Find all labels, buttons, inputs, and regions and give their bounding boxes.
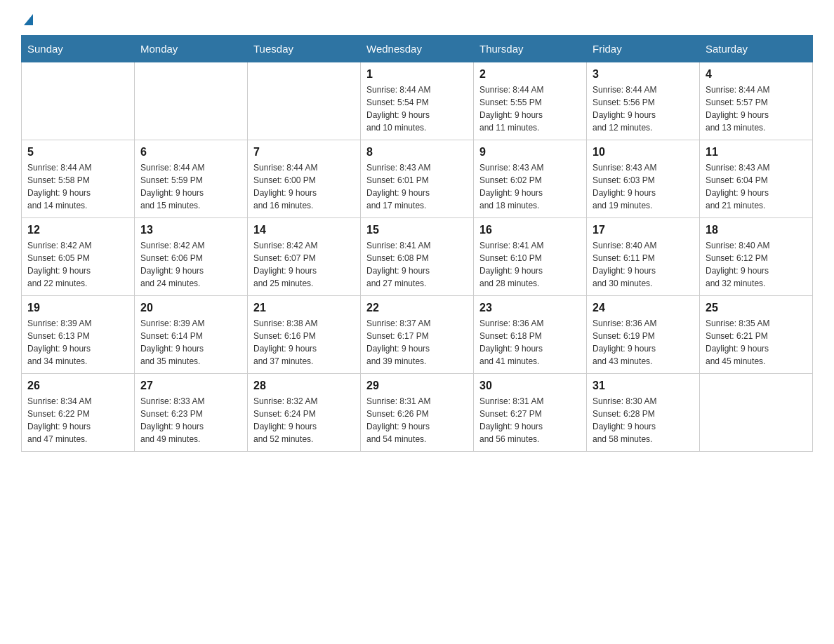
day-number: 14: [253, 224, 355, 236]
day-info: Sunrise: 8:42 AM Sunset: 6:05 PM Dayligh…: [27, 239, 128, 290]
calendar-day-17: 17Sunrise: 8:40 AM Sunset: 6:11 PM Dayli…: [587, 218, 700, 296]
header: [21, 14, 813, 28]
calendar-day-26: 26Sunrise: 8:34 AM Sunset: 6:22 PM Dayli…: [22, 374, 135, 452]
day-info: Sunrise: 8:38 AM Sunset: 6:16 PM Dayligh…: [253, 317, 355, 368]
day-number: 10: [593, 146, 694, 159]
calendar-day-14: 14Sunrise: 8:42 AM Sunset: 6:07 PM Dayli…: [248, 218, 361, 296]
day-number: 17: [593, 224, 694, 236]
day-info: Sunrise: 8:37 AM Sunset: 6:17 PM Dayligh…: [366, 317, 468, 368]
weekday-header-saturday: Saturday: [700, 36, 813, 62]
calendar-day-4: 4Sunrise: 8:44 AM Sunset: 5:57 PM Daylig…: [700, 62, 813, 140]
day-number: 16: [479, 224, 581, 236]
day-number: 18: [706, 224, 807, 236]
day-info: Sunrise: 8:43 AM Sunset: 6:03 PM Dayligh…: [593, 161, 694, 212]
calendar-day-19: 19Sunrise: 8:39 AM Sunset: 6:13 PM Dayli…: [22, 296, 135, 374]
day-info: Sunrise: 8:31 AM Sunset: 6:27 PM Dayligh…: [479, 395, 581, 445]
calendar-day-12: 12Sunrise: 8:42 AM Sunset: 6:05 PM Dayli…: [22, 218, 135, 296]
calendar-day-2: 2Sunrise: 8:44 AM Sunset: 5:55 PM Daylig…: [474, 62, 587, 140]
weekday-header-wednesday: Wednesday: [361, 36, 474, 62]
calendar-day-7: 7Sunrise: 8:44 AM Sunset: 6:00 PM Daylig…: [248, 140, 361, 218]
calendar-empty-cell: [135, 62, 248, 140]
day-number: 1: [366, 68, 468, 81]
day-info: Sunrise: 8:41 AM Sunset: 6:10 PM Dayligh…: [479, 239, 581, 290]
calendar-day-29: 29Sunrise: 8:31 AM Sunset: 6:26 PM Dayli…: [361, 374, 474, 452]
calendar-week-row: 1Sunrise: 8:44 AM Sunset: 5:54 PM Daylig…: [22, 62, 813, 140]
day-info: Sunrise: 8:44 AM Sunset: 5:58 PM Dayligh…: [27, 161, 128, 212]
day-number: 27: [140, 380, 241, 392]
day-info: Sunrise: 8:42 AM Sunset: 6:06 PM Dayligh…: [140, 239, 241, 290]
calendar-week-row: 26Sunrise: 8:34 AM Sunset: 6:22 PM Dayli…: [22, 374, 813, 452]
day-info: Sunrise: 8:41 AM Sunset: 6:08 PM Dayligh…: [366, 239, 468, 290]
calendar-day-5: 5Sunrise: 8:44 AM Sunset: 5:58 PM Daylig…: [22, 140, 135, 218]
weekday-header-monday: Monday: [135, 36, 248, 62]
calendar-day-11: 11Sunrise: 8:43 AM Sunset: 6:04 PM Dayli…: [700, 140, 813, 218]
weekday-header-row: SundayMondayTuesdayWednesdayThursdayFrid…: [22, 36, 813, 62]
day-info: Sunrise: 8:44 AM Sunset: 6:00 PM Dayligh…: [253, 161, 355, 212]
calendar-empty-cell: [248, 62, 361, 140]
calendar-day-27: 27Sunrise: 8:33 AM Sunset: 6:23 PM Dayli…: [135, 374, 248, 452]
day-number: 11: [706, 146, 807, 159]
day-number: 21: [253, 302, 355, 314]
day-number: 6: [140, 146, 241, 159]
day-info: Sunrise: 8:34 AM Sunset: 6:22 PM Dayligh…: [27, 395, 128, 445]
day-info: Sunrise: 8:39 AM Sunset: 6:13 PM Dayligh…: [27, 317, 128, 368]
day-number: 8: [366, 146, 468, 159]
calendar-day-31: 31Sunrise: 8:30 AM Sunset: 6:28 PM Dayli…: [587, 374, 700, 452]
day-info: Sunrise: 8:40 AM Sunset: 6:12 PM Dayligh…: [706, 239, 807, 290]
day-info: Sunrise: 8:43 AM Sunset: 6:04 PM Dayligh…: [706, 161, 807, 212]
day-number: 19: [27, 302, 128, 314]
calendar-day-3: 3Sunrise: 8:44 AM Sunset: 5:56 PM Daylig…: [587, 62, 700, 140]
calendar-day-21: 21Sunrise: 8:38 AM Sunset: 6:16 PM Dayli…: [248, 296, 361, 374]
day-info: Sunrise: 8:44 AM Sunset: 5:55 PM Dayligh…: [479, 83, 581, 134]
day-number: 2: [479, 68, 581, 81]
calendar-day-15: 15Sunrise: 8:41 AM Sunset: 6:08 PM Dayli…: [361, 218, 474, 296]
calendar-day-1: 1Sunrise: 8:44 AM Sunset: 5:54 PM Daylig…: [361, 62, 474, 140]
day-number: 29: [366, 380, 468, 392]
day-number: 25: [706, 302, 807, 314]
calendar-day-22: 22Sunrise: 8:37 AM Sunset: 6:17 PM Dayli…: [361, 296, 474, 374]
day-number: 3: [593, 68, 694, 81]
calendar-day-13: 13Sunrise: 8:42 AM Sunset: 6:06 PM Dayli…: [135, 218, 248, 296]
weekday-header-thursday: Thursday: [474, 36, 587, 62]
day-number: 7: [253, 146, 355, 159]
calendar-day-28: 28Sunrise: 8:32 AM Sunset: 6:24 PM Dayli…: [248, 374, 361, 452]
day-number: 28: [253, 380, 355, 392]
calendar-day-20: 20Sunrise: 8:39 AM Sunset: 6:14 PM Dayli…: [135, 296, 248, 374]
calendar-week-row: 5Sunrise: 8:44 AM Sunset: 5:58 PM Daylig…: [22, 140, 813, 218]
calendar-day-30: 30Sunrise: 8:31 AM Sunset: 6:27 PM Dayli…: [474, 374, 587, 452]
calendar-empty-cell: [22, 62, 135, 140]
weekday-header-sunday: Sunday: [22, 36, 135, 62]
logo: [21, 14, 33, 28]
day-info: Sunrise: 8:40 AM Sunset: 6:11 PM Dayligh…: [593, 239, 694, 290]
day-number: 13: [140, 224, 241, 236]
day-number: 30: [479, 380, 581, 392]
logo-arrow-icon: [24, 14, 33, 25]
day-info: Sunrise: 8:43 AM Sunset: 6:01 PM Dayligh…: [366, 161, 468, 212]
day-info: Sunrise: 8:43 AM Sunset: 6:02 PM Dayligh…: [479, 161, 581, 212]
day-info: Sunrise: 8:42 AM Sunset: 6:07 PM Dayligh…: [253, 239, 355, 290]
day-number: 5: [27, 146, 128, 159]
day-info: Sunrise: 8:35 AM Sunset: 6:21 PM Dayligh…: [706, 317, 807, 368]
day-number: 22: [366, 302, 468, 314]
day-number: 15: [366, 224, 468, 236]
day-info: Sunrise: 8:39 AM Sunset: 6:14 PM Dayligh…: [140, 317, 241, 368]
calendar-day-6: 6Sunrise: 8:44 AM Sunset: 5:59 PM Daylig…: [135, 140, 248, 218]
day-info: Sunrise: 8:44 AM Sunset: 5:57 PM Dayligh…: [706, 83, 807, 134]
day-number: 20: [140, 302, 241, 314]
day-number: 31: [593, 380, 694, 392]
calendar-day-18: 18Sunrise: 8:40 AM Sunset: 6:12 PM Dayli…: [700, 218, 813, 296]
day-number: 4: [706, 68, 807, 81]
calendar-day-10: 10Sunrise: 8:43 AM Sunset: 6:03 PM Dayli…: [587, 140, 700, 218]
day-number: 23: [479, 302, 581, 314]
calendar-empty-cell: [700, 374, 813, 452]
day-info: Sunrise: 8:44 AM Sunset: 5:56 PM Dayligh…: [593, 83, 694, 134]
day-info: Sunrise: 8:44 AM Sunset: 5:59 PM Dayligh…: [140, 161, 241, 212]
day-number: 24: [593, 302, 694, 314]
calendar-week-row: 12Sunrise: 8:42 AM Sunset: 6:05 PM Dayli…: [22, 218, 813, 296]
calendar-day-25: 25Sunrise: 8:35 AM Sunset: 6:21 PM Dayli…: [700, 296, 813, 374]
day-info: Sunrise: 8:44 AM Sunset: 5:54 PM Dayligh…: [366, 83, 468, 134]
calendar-day-9: 9Sunrise: 8:43 AM Sunset: 6:02 PM Daylig…: [474, 140, 587, 218]
day-number: 9: [479, 146, 581, 159]
weekday-header-friday: Friday: [587, 36, 700, 62]
day-info: Sunrise: 8:30 AM Sunset: 6:28 PM Dayligh…: [593, 395, 694, 445]
